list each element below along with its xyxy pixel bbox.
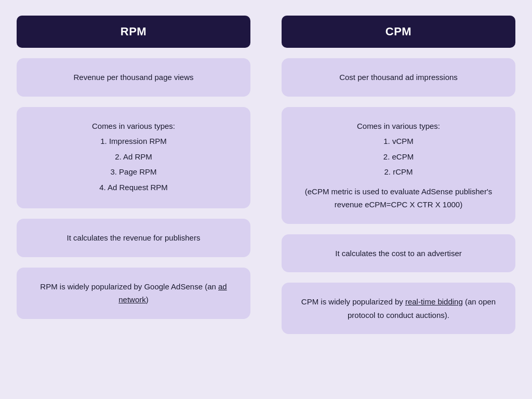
cpm-definition-text: Cost per thousand ad impressions [339, 73, 458, 82]
cpm-column: CPM Cost per thousand ad impressions Com… [282, 16, 515, 334]
cpm-card-definition: Cost per thousand ad impressions [282, 58, 515, 97]
main-container: RPM Revenue per thousand page views Come… [17, 16, 515, 334]
rpm-column: RPM Revenue per thousand page views Come… [17, 16, 250, 334]
rpm-type-4: 4. Ad Request RPM [28, 181, 239, 194]
cpm-purpose-text: It calculates the cost to an advertiser [335, 249, 461, 258]
rpm-purpose-text: It calculates the revenue for publishers [67, 233, 201, 242]
rpm-header: RPM [17, 16, 250, 48]
cpm-header: CPM [282, 16, 515, 48]
cpm-type-2: 2. eCPM [293, 150, 504, 164]
rpm-card-popularity: RPM is widely popularized by Google AdSe… [17, 268, 250, 319]
rpm-title: RPM [121, 25, 147, 38]
cpm-types-intro: Comes in various types: [293, 119, 504, 133]
cpm-type-1: 1. vCPM [293, 135, 504, 148]
cpm-card-popularity: CPM is widely popularized by real-time b… [282, 283, 515, 334]
rpm-definition-text: Revenue per thousand page views [74, 73, 194, 82]
cpm-title: CPM [385, 25, 411, 38]
rpm-types-intro: Comes in various types: [28, 119, 239, 133]
rpm-type-1: 1. Impression RPM [28, 135, 239, 148]
rpm-type-3: 3. Page RPM [28, 165, 239, 179]
rpm-card-purpose: It calculates the revenue for publishers [17, 219, 250, 257]
rpm-popularity-end: ) [146, 295, 149, 304]
rpm-card-types: Comes in various types: 1. Impression RP… [17, 107, 250, 209]
cpm-ecpm-note: (eCPM metric is used to evaluate AdSense… [293, 185, 504, 211]
cpm-rtb-link[interactable]: real-time bidding [405, 297, 463, 306]
cpm-card-purpose: It calculates the cost to an advertiser [282, 234, 515, 273]
cpm-card-types: Comes in various types: 1. vCPM 2. eCPM … [282, 107, 515, 224]
rpm-type-2: 2. Ad RPM [28, 150, 239, 164]
rpm-popularity-text: RPM is widely popularized by Google AdSe… [40, 282, 218, 291]
rpm-card-definition: Revenue per thousand page views [17, 58, 250, 97]
cpm-popularity-text: CPM is widely popularized by [301, 297, 405, 306]
cpm-type-3: 2. rCPM [293, 165, 504, 179]
